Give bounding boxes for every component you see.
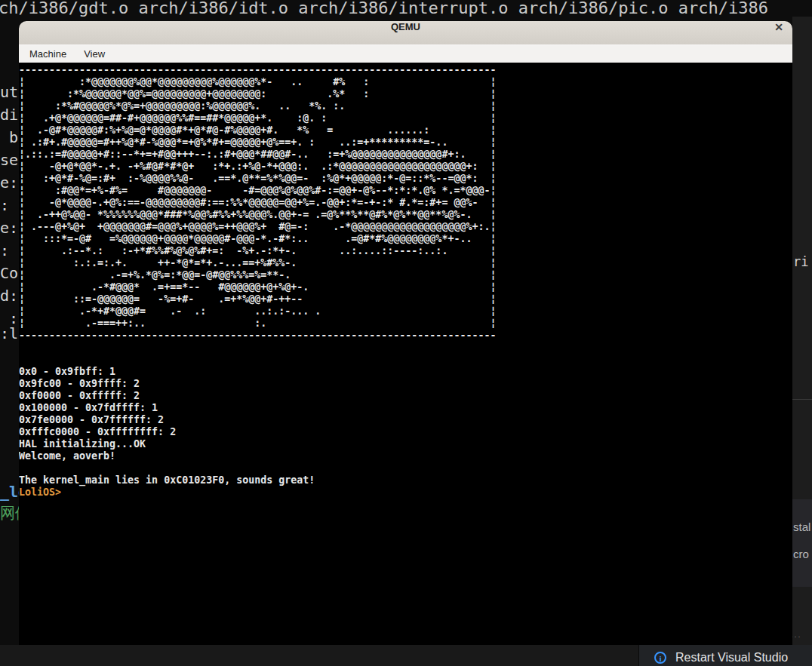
- desktop: ch/i386/gdt.o arch/i386/idt.o arch/i386/…: [0, 0, 812, 666]
- bg-left-fragment: e:: [0, 219, 19, 237]
- qemu-menubar: Machine View: [19, 45, 792, 63]
- bg-right-panel: stal cro: [792, 499, 812, 587]
- bg-right-divider: [792, 399, 812, 400]
- bg-left-fragment-link: _lo: [0, 483, 19, 501]
- qemu-titlebar[interactable]: QEMU ✕: [19, 21, 792, 45]
- background-terminal-topline: ch/i386/gdt.o arch/i386/idt.o arch/i386/…: [0, 0, 768, 17]
- bg-left-fragment-cjk: 网体: [0, 503, 19, 521]
- bg-mini-toolbar: ▸··: [789, 633, 812, 642]
- menu-machine[interactable]: Machine: [28, 48, 68, 60]
- bg-left-fragment: :l: [0, 324, 19, 342]
- qemu-display[interactable]: ----------------------------------------…: [19, 63, 792, 644]
- bg-left-fragment: se: [0, 151, 19, 169]
- menu-view[interactable]: View: [82, 48, 106, 60]
- more-icon: ··: [795, 633, 802, 640]
- restart-notification[interactable]: i Restart Visual Studio: [638, 645, 812, 666]
- bg-left-fragment: d:: [0, 287, 19, 305]
- bg-left-fragment: b: [0, 128, 19, 146]
- restart-notification-label[interactable]: Restart Visual Studio: [675, 651, 788, 664]
- bg-left-fragment: Co: [0, 264, 19, 282]
- window-title: QEMU: [19, 21, 792, 32]
- bg-left-fragment: e:: [0, 173, 19, 192]
- bg-left-fragment: di: [0, 106, 19, 124]
- bg-right-panel-label: cro: [793, 548, 812, 560]
- bg-left-fragment: ut: [0, 83, 19, 101]
- bg-right-panel-label: stal: [793, 520, 812, 533]
- console-text: ----------------------------------------…: [19, 64, 792, 486]
- bg-left-fragment: :: [0, 241, 19, 259]
- close-icon[interactable]: ✕: [774, 21, 783, 33]
- info-icon: i: [654, 652, 666, 664]
- qemu-window: QEMU ✕ Machine View --------------------…: [19, 21, 792, 645]
- bg-left-fragment: :: [0, 196, 19, 214]
- bg-right-fragment: ri: [793, 254, 812, 269]
- shell-prompt: LoliOS>: [19, 486, 792, 499]
